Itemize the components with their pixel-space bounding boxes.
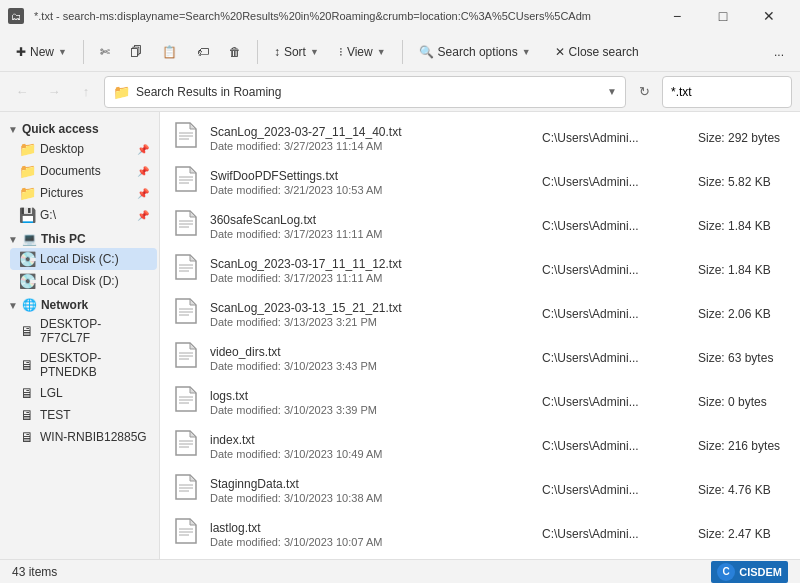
file-item[interactable]: StaginngData.txt Date modified: 3/10/202… [160,468,800,512]
view-icon: ⁝ [339,45,343,59]
file-path: C:\Users\Admini... [542,527,682,541]
sort-button[interactable]: ↕ Sort ▼ [266,36,327,68]
file-name: ScanLog_2023-03-17_11_11_12.txt [210,257,542,271]
view-chevron-icon: ▼ [377,47,386,57]
sidebar-local-c-label: Local Disk (C:) [40,252,149,266]
file-date: Date modified: 3/10/2023 3:39 PM [210,404,542,416]
app-icon: 🗂 [8,8,24,24]
up-button[interactable]: ↑ [72,78,100,106]
file-icon [172,473,200,507]
file-item[interactable]: logs.txt Date modified: 3/10/2023 3:39 P… [160,380,800,424]
local-c-icon: 💽 [18,251,36,267]
sidebar-item-local-c[interactable]: 💽 Local Disk (C:) [10,248,157,270]
sidebar-item-desktop-ptnedkb[interactable]: 🖥 DESKTOP-PTNEDKB [10,348,157,382]
file-name: ScanLog_2023-03-27_11_14_40.txt [210,125,542,139]
file-info: video_dirs.txt Date modified: 3/10/2023 … [210,345,542,372]
cut-button[interactable]: ✄ [92,36,118,68]
file-size: Size: 292 bytes [698,131,788,145]
sidebar: ▼ Quick access 📁 Desktop 📌 📁 Documents 📌… [0,112,160,559]
file-item[interactable]: index.txt Date modified: 3/10/2023 10:49… [160,424,800,468]
sidebar-desktop-label: Desktop [40,142,131,156]
sidebar-item-desktop-7f7cl7f[interactable]: 🖥 DESKTOP-7F7CL7F [10,314,157,348]
maximize-button[interactable]: □ [700,0,746,32]
file-path: C:\Users\Admini... [542,131,682,145]
g-pin-icon: 📌 [137,210,149,221]
sidebar-item-documents[interactable]: 📁 Documents 📌 [10,160,157,182]
file-item[interactable]: 360safeScanLog.txt Date modified: 3/17/2… [160,204,800,248]
file-date: Date modified: 3/17/2023 11:11 AM [210,228,542,240]
file-item[interactable]: lastlog.txt Date modified: 3/10/2023 10:… [160,512,800,556]
network-toggle[interactable]: ▼ [8,300,18,311]
title-bar-controls: − □ ✕ [654,0,792,32]
search-options-button[interactable]: 🔍 Search options ▼ [411,36,539,68]
sidebar-item-test[interactable]: 🖥 TEST [10,404,157,426]
sidebar-desktop-ptnedkb-label: DESKTOP-PTNEDKB [40,351,149,379]
back-button[interactable]: ← [8,78,36,106]
documents-folder-icon: 📁 [18,163,36,179]
new-chevron-icon: ▼ [58,47,67,57]
file-item[interactable]: Export as MP3.txt Date modified: 3/10/20… [160,556,800,559]
forward-button[interactable]: → [40,78,68,106]
file-icon [172,253,200,287]
file-item[interactable]: video_dirs.txt Date modified: 3/10/2023 … [160,336,800,380]
network-label: Network [41,298,88,312]
toolbar: ✚ New ▼ ✄ 🗍 📋 🏷 🗑 ↕ Sort ▼ ⁝ View ▼ 🔍 Se… [0,32,800,72]
paste-button[interactable]: 📋 [154,36,185,68]
file-item[interactable]: ScanLog_2023-03-17_11_11_12.txt Date mod… [160,248,800,292]
network-icon: 🌐 [22,298,37,312]
file-item[interactable]: SwifDooPDFSettings.txt Date modified: 3/… [160,160,800,204]
file-size: Size: 2.47 KB [698,527,788,541]
delete-icon: 🗑 [229,45,241,59]
file-date: Date modified: 3/13/2023 3:21 PM [210,316,542,328]
quick-access-header: ▼ Quick access [0,116,159,138]
file-size: Size: 0 bytes [698,395,788,409]
refresh-button[interactable]: ↻ [630,78,658,106]
toolbar-separator-1 [83,40,84,64]
this-pc-toggle[interactable]: ▼ [8,234,18,245]
sidebar-item-pictures[interactable]: 📁 Pictures 📌 [10,182,157,204]
quick-access-label: Quick access [22,122,99,136]
sidebar-item-lgl[interactable]: 🖥 LGL [10,382,157,404]
file-path: C:\Users\Admini... [542,351,682,365]
folder-icon: 📁 [113,84,130,100]
file-info: SwifDooPDFSettings.txt Date modified: 3/… [210,169,542,196]
sidebar-item-g-drive[interactable]: 💾 G:\ 📌 [10,204,157,226]
quick-access-toggle[interactable]: ▼ [8,124,18,135]
file-date: Date modified: 3/10/2023 10:49 AM [210,448,542,460]
file-item[interactable]: ScanLog_2023-03-27_11_14_40.txt Date mod… [160,116,800,160]
sidebar-item-desktop[interactable]: 📁 Desktop 📌 [10,138,157,160]
close-button[interactable]: ✕ [746,0,792,32]
sidebar-documents-label: Documents [40,164,131,178]
new-button[interactable]: ✚ New ▼ [8,36,75,68]
sidebar-item-local-d[interactable]: 💽 Local Disk (D:) [10,270,157,292]
close-search-button[interactable]: ✕ Close search [547,36,647,68]
toolbar-separator-2 [257,40,258,64]
file-icon [172,429,200,463]
minimize-button[interactable]: − [654,0,700,32]
search-input[interactable] [671,85,800,99]
file-date: Date modified: 3/21/2023 10:53 AM [210,184,542,196]
file-icon [172,209,200,243]
pictures-pin-icon: 📌 [137,188,149,199]
this-pc-group: 💽 Local Disk (C:) 💽 Local Disk (D:) [0,248,159,292]
sidebar-test-label: TEST [40,408,149,422]
file-item[interactable]: ScanLog_2023-03-13_15_21_21.txt Date mod… [160,292,800,336]
title-bar-text: *.txt - search-ms:displayname=Search%20R… [30,10,654,22]
cisdem-text: CISDEM [739,566,782,578]
view-button[interactable]: ⁝ View ▼ [331,36,394,68]
test-icon: 🖥 [18,407,36,423]
more-button[interactable]: ... [766,36,792,68]
file-path: C:\Users\Admini... [542,219,682,233]
address-path[interactable]: 📁 Search Results in Roaming ▼ [104,76,626,108]
delete-button[interactable]: 🗑 [221,36,249,68]
title-bar: 🗂 *.txt - search-ms:displayname=Search%2… [0,0,800,32]
copy-button[interactable]: 🗍 [122,36,150,68]
copy-icon: 🗍 [130,45,142,59]
file-date: Date modified: 3/10/2023 10:38 AM [210,492,542,504]
toolbar-separator-3 [402,40,403,64]
file-path: C:\Users\Admini... [542,483,682,497]
rename-button[interactable]: 🏷 [189,36,217,68]
search-box: ✕ [662,76,792,108]
file-info: 360safeScanLog.txt Date modified: 3/17/2… [210,213,542,240]
sidebar-item-win-rnbib[interactable]: 🖥 WIN-RNBIB12885G [10,426,157,448]
